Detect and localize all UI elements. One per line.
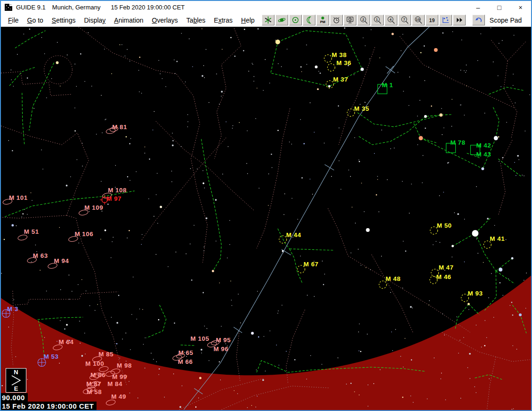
messier-label: M 3 — [7, 305, 18, 312]
object-m-94[interactable]: M 94 — [48, 257, 69, 269]
object-m-97[interactable]: M 97 — [100, 195, 121, 205]
object-m-66[interactable]: M 66 — [178, 358, 193, 365]
messier-label: M 64 — [59, 338, 74, 345]
svg-text:4: 4 — [389, 17, 392, 22]
object-m-63[interactable]: M 63 — [27, 252, 48, 263]
ppm-stars-button[interactable]: PM — [316, 15, 329, 25]
menu-item-extras[interactable]: Extras — [210, 15, 237, 25]
object-m-109[interactable]: M 109 — [79, 204, 104, 216]
messier-label: M 43 — [476, 151, 491, 158]
messier-label: M 100 — [85, 360, 104, 367]
zoom-level-7-button[interactable]: 7 — [398, 15, 411, 25]
sun-button[interactable] — [289, 15, 302, 25]
fast-forward-button[interactable] — [453, 15, 466, 25]
messier-label: M 49 — [111, 393, 126, 400]
messier-label: M 65 — [178, 349, 193, 356]
menu-item-display[interactable]: Display — [80, 15, 110, 25]
messier-label: M 35 — [354, 105, 369, 112]
messier-label: M 84 — [107, 380, 122, 387]
object-m-81[interactable]: M 81 — [105, 123, 127, 134]
object-m-96[interactable]: M 96 — [213, 345, 228, 353]
compass-east-label: E — [14, 386, 18, 392]
messier-label: M 51 — [24, 228, 39, 235]
menu-item-file[interactable]: File — [4, 15, 23, 25]
object-m-101[interactable]: M 101 — [2, 194, 28, 205]
svg-text:1: 1 — [376, 17, 378, 22]
messier-label: M 46 — [436, 273, 451, 280]
alarm-clock-button[interactable] — [330, 15, 343, 25]
menu-item-tables[interactable]: Tables — [182, 15, 210, 25]
messier-label: M 66 — [178, 358, 193, 365]
menu-item-animation[interactable]: Animation — [110, 15, 147, 25]
messier-label: M 86 — [90, 371, 105, 378]
zoom-level-4-button[interactable]: 4 — [385, 15, 397, 25]
messier-label: M 38 — [332, 51, 347, 58]
messier-label: M 48 — [386, 275, 401, 282]
messier-label: M 41 — [490, 235, 505, 242]
menu-item-overlays[interactable]: Overlays — [148, 15, 182, 25]
object-m-67[interactable]: M 67 — [298, 261, 319, 273]
object-m-78[interactable]: M 78 — [446, 139, 466, 153]
messier-label: M 109 — [84, 204, 103, 211]
compass-indicator: N E — [6, 368, 26, 393]
messier-label: M 95 — [216, 337, 231, 344]
object-m-95[interactable]: M 95 — [216, 337, 231, 344]
compass-arrow-icon — [8, 375, 24, 386]
minimize-button[interactable]: – — [468, 1, 489, 14]
object-m-84[interactable]: M 84 — [107, 380, 122, 387]
object-m-35[interactable]: M 35 — [347, 105, 369, 116]
object-m-44[interactable]: M 44 — [279, 231, 301, 243]
messier-label: M 1 — [382, 82, 393, 89]
menu-item-help[interactable]: Help — [237, 15, 259, 25]
messier-label: M 47 — [439, 264, 454, 271]
menu-item-settings[interactable]: Settings — [48, 15, 80, 25]
goto-star-button[interactable] — [262, 15, 274, 25]
object-m-51[interactable]: M 51 — [17, 228, 39, 241]
messier-label: M 63 — [33, 252, 48, 259]
close-button[interactable]: × — [510, 1, 531, 14]
toolbar: PM21471019 — [262, 15, 485, 25]
messier-label: M 98 — [117, 362, 132, 369]
svg-text:10: 10 — [416, 17, 420, 22]
undo-button[interactable] — [472, 15, 485, 25]
object-m-43[interactable]: M 43 — [476, 151, 491, 158]
zoom-level-10-button[interactable]: 10 — [412, 15, 425, 25]
object-m-1[interactable]: M 1 — [378, 82, 393, 94]
messier-label: M 87 — [86, 380, 101, 387]
object-m-50[interactable]: M 50 — [430, 222, 452, 234]
messier-label: M 108 — [108, 187, 127, 194]
field-of-view-readout: 90.000 — [1, 393, 28, 402]
object-m-46[interactable]: M 46 — [430, 273, 451, 284]
mag-limit-19-button[interactable]: 19 — [426, 15, 438, 25]
svg-text:PM: PM — [320, 20, 325, 24]
messier-label: M 101 — [9, 194, 28, 201]
chart-mode-button[interactable] — [439, 15, 452, 25]
object-m-48[interactable]: M 48 — [379, 275, 401, 288]
messier-label: M 67 — [304, 261, 319, 268]
svg-text:7: 7 — [403, 17, 405, 22]
menu-item-go-to[interactable]: Go to — [23, 15, 48, 25]
app-title: GUIDE 9.1 — [16, 4, 46, 11]
object-m-93[interactable]: M 93 — [461, 290, 483, 302]
scope-pad-button[interactable]: Scope Pad — [490, 16, 522, 24]
object-m-106[interactable]: M 106 — [68, 230, 94, 242]
planets-button[interactable] — [275, 15, 288, 25]
below-horizon-region — [1, 27, 531, 410]
svg-text:19: 19 — [429, 17, 435, 23]
sky-chart[interactable]: M 38M 36M 37M 1M 35M 78M 42M 43M 81M 108… — [1, 27, 531, 410]
zoom-level-2-button[interactable]: 2 — [357, 15, 370, 25]
system-clock-button[interactable] — [344, 15, 356, 25]
messier-label: M 44 — [286, 231, 301, 238]
title-datetime: 15 Feb 2020 19:00:00 CET — [111, 4, 185, 11]
menu-items: FileGo toSettingsDisplayAnimationOverlay… — [4, 16, 259, 24]
maximize-button[interactable]: □ — [489, 1, 510, 14]
moon-button[interactable] — [303, 15, 315, 25]
messier-label: M 50 — [437, 222, 452, 229]
messier-label: M 42 — [476, 142, 491, 149]
zoom-level-1-button[interactable]: 1 — [371, 15, 384, 25]
object-m-41[interactable]: M 41 — [484, 235, 505, 248]
constellation-lines — [5, 31, 526, 379]
object-m-36[interactable]: M 36 — [328, 59, 352, 71]
messier-label: M 99 — [112, 373, 127, 380]
messier-label: M 78 — [451, 139, 466, 146]
